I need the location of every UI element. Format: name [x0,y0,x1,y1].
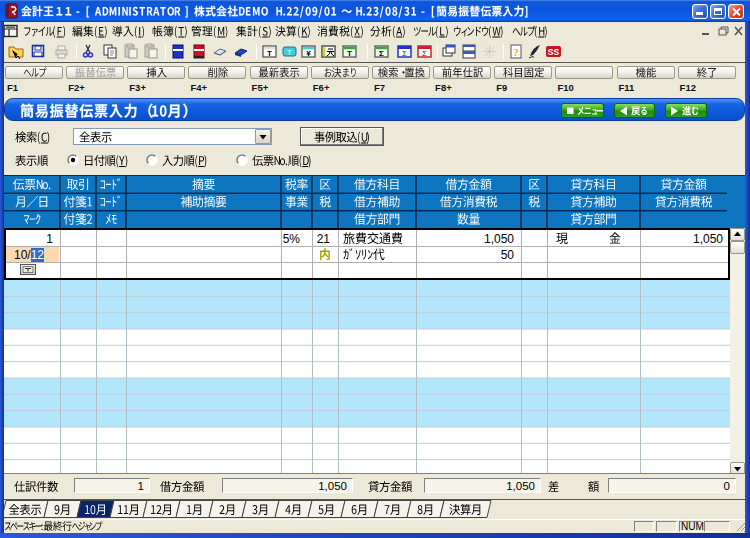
svg-text:?: ? [513,46,519,58]
svg-text:Σ: Σ [402,49,407,58]
svg-text:¥: ¥ [306,49,311,58]
svg-text:SS: SS [548,47,560,57]
svg-text:T: T [267,49,272,58]
svg-text:Σ: Σ [379,49,384,58]
svg-text:T: T [347,49,352,58]
svg-text:Σ: Σ [422,49,427,58]
svg-text:T: T [287,49,292,56]
